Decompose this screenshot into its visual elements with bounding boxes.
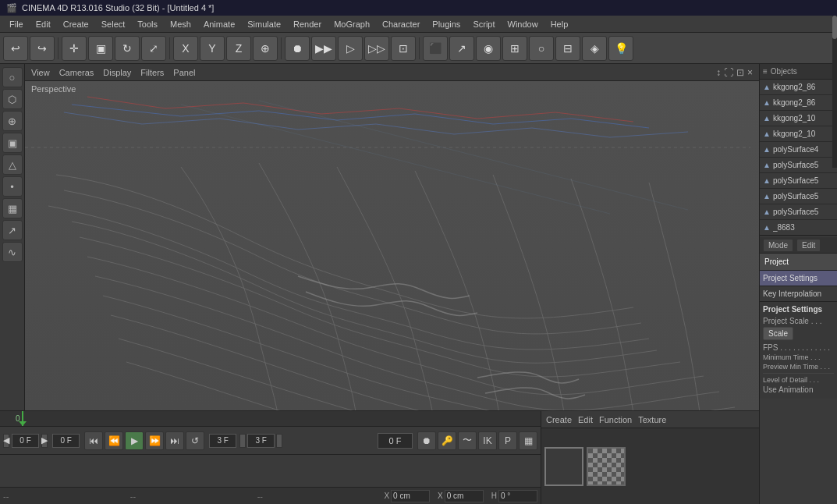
toolbar-btn-25[interactable]: ◈ (582, 36, 607, 61)
toolbar-btn-0[interactable]: ↩ (3, 36, 28, 61)
frame-start-down[interactable]: ◀ (3, 434, 9, 448)
prev-frame-button[interactable]: ⏪ (105, 431, 123, 450)
menu-render[interactable]: Render (287, 18, 328, 30)
toolbar-btn-14[interactable]: ▶▶ (311, 36, 336, 61)
autokey-btn[interactable]: 🔑 (438, 431, 456, 450)
left-tool-2[interactable]: ⊕ (2, 111, 23, 131)
menu-script[interactable]: Script (466, 18, 501, 30)
mode-button[interactable]: Mode (763, 239, 793, 252)
obj-item-7[interactable]: ▲polySurface5 (760, 189, 837, 204)
obj-item-2[interactable]: ▲kkgong2_10 (760, 111, 837, 126)
go-end-button[interactable]: ⏭ (165, 431, 184, 450)
left-tool-4[interactable]: △ (2, 154, 23, 175)
frame-end2-input[interactable] (247, 434, 275, 448)
toolbar-btn-24[interactable]: ⊟ (555, 36, 580, 61)
frame-start2-input[interactable] (52, 434, 80, 448)
menu-help[interactable]: Help (544, 18, 575, 30)
frame-end-input[interactable] (209, 434, 236, 448)
x-input[interactable] (391, 490, 430, 502)
left-tool-5[interactable]: • (2, 176, 23, 197)
menu-character[interactable]: Character (376, 18, 426, 30)
left-tool-7[interactable]: ↗ (2, 220, 23, 240)
toolbar-btn-1[interactable]: ↪ (30, 36, 55, 61)
vp-menu-display[interactable]: Display (103, 68, 131, 77)
mat-function[interactable]: Function (599, 415, 632, 424)
toolbar-btn-23[interactable]: ○ (529, 36, 554, 61)
menu-edit[interactable]: Edit (30, 18, 57, 30)
menu-select[interactable]: Select (95, 18, 132, 30)
project-tab[interactable]: Project (760, 254, 837, 271)
mat-texture[interactable]: Texture (638, 415, 666, 424)
left-tool-3[interactable]: ▣ (2, 133, 23, 153)
play-button[interactable]: ▶ (125, 431, 144, 450)
toolbar-btn-3[interactable]: ✛ (62, 36, 87, 61)
edit-button[interactable]: Edit (796, 239, 821, 252)
keys-btn[interactable]: ▦ (519, 431, 537, 450)
toolbar-btn-19[interactable]: ⬛ (423, 36, 448, 61)
viewport-icon[interactable]: × (747, 67, 753, 78)
viewport-icon[interactable]: ⊡ (736, 67, 744, 78)
mat-create[interactable]: Create (546, 415, 572, 424)
menu-create[interactable]: Create (57, 18, 95, 30)
x2-input[interactable] (445, 490, 484, 502)
menu-window[interactable]: Window (502, 18, 544, 30)
frame-end2-up[interactable] (276, 434, 282, 448)
toolbar-btn-4[interactable]: ▣ (88, 36, 113, 61)
material-swatch-2[interactable] (587, 447, 626, 486)
material-swatch-1[interactable] (544, 447, 583, 486)
menu-mograph[interactable]: MoGraph (328, 18, 376, 30)
viewport-icon[interactable]: ⛶ (724, 67, 733, 78)
toolbar-btn-22[interactable]: ⊞ (502, 36, 527, 61)
menu-tools[interactable]: Tools (131, 18, 164, 30)
left-tool-6[interactable]: ▦ (2, 198, 23, 218)
left-tool-8[interactable]: ∿ (2, 242, 23, 262)
toolbar-btn-20[interactable]: ↗ (449, 36, 474, 61)
obj-item-9[interactable]: ▲_8683 (760, 220, 837, 236)
vp-menu-filters[interactable]: Filters (140, 68, 164, 77)
toolbar-btn-15[interactable]: ▷ (338, 36, 363, 61)
loop-button[interactable]: ↺ (186, 431, 204, 450)
toolbar-btn-8[interactable]: X (173, 36, 198, 61)
toolbar-btn-11[interactable]: ⊕ (253, 36, 278, 61)
menu-simulate[interactable]: Simulate (241, 18, 287, 30)
toolbar-btn-26[interactable]: 💡 (608, 36, 633, 61)
vp-menu-panel[interactable]: Panel (173, 68, 195, 77)
obj-item-8[interactable]: ▲polySurface5 (760, 204, 837, 220)
obj-item-5[interactable]: ▲polySurface5 (760, 158, 837, 173)
h-input[interactable] (498, 490, 537, 502)
toolbar-btn-16[interactable]: ▷▷ (364, 36, 389, 61)
obj-item-6[interactable]: ▲polySurface5 (760, 173, 837, 189)
pla-btn[interactable]: P (498, 431, 517, 450)
next-frame-button[interactable]: ⏩ (145, 431, 164, 450)
obj-item-1[interactable]: ▲kkgong2_86 (760, 95, 837, 111)
project-settings-button[interactable]: Project Settings (760, 271, 837, 286)
left-tool-0[interactable]: ○ (2, 67, 23, 87)
toolbar-btn-17[interactable]: ⊡ (391, 36, 416, 61)
obj-item-4[interactable]: ▲polySurface4 (760, 142, 837, 158)
motion-btn[interactable]: 〜 (458, 431, 477, 450)
mat-edit[interactable]: Edit (578, 415, 593, 424)
viewport-icon[interactable]: ↕ (716, 67, 721, 78)
ik-btn[interactable]: IK (478, 431, 497, 450)
obj-item-3[interactable]: ▲kkgong2_10 (760, 126, 837, 142)
go-start-button[interactable]: ⏮ (84, 431, 103, 450)
menu-plugins[interactable]: Plugins (426, 18, 466, 30)
toolbar-btn-6[interactable]: ⤢ (141, 36, 166, 61)
vp-menu-cameras[interactable]: Cameras (59, 68, 94, 77)
obj-item-0[interactable]: ▲kkgong2_86 (760, 80, 837, 95)
toolbar-btn-21[interactable]: ◉ (476, 36, 501, 61)
record-btn[interactable]: ⏺ (417, 431, 436, 450)
frame-start-up[interactable]: ▶ (41, 434, 48, 448)
toolbar-btn-9[interactable]: Y (200, 36, 225, 61)
toolbar-btn-13[interactable]: ⏺ (285, 36, 310, 61)
menu-mesh[interactable]: Mesh (164, 18, 197, 30)
frame-start-input[interactable] (12, 434, 39, 448)
menu-file[interactable]: File (3, 18, 30, 30)
key-interpolation-button[interactable]: Key Interpolation (760, 286, 837, 302)
toolbar-btn-10[interactable]: Z (226, 36, 251, 61)
scale-button[interactable]: Scale (763, 327, 793, 340)
object-list[interactable]: ▲kkgong2_86▲kkgong2_86▲kkgong2_10▲kkgong… (760, 80, 837, 236)
frame-end2-down[interactable] (239, 434, 246, 448)
left-tool-1[interactable]: ⬡ (2, 89, 23, 109)
toolbar-btn-5[interactable]: ↻ (115, 36, 140, 61)
